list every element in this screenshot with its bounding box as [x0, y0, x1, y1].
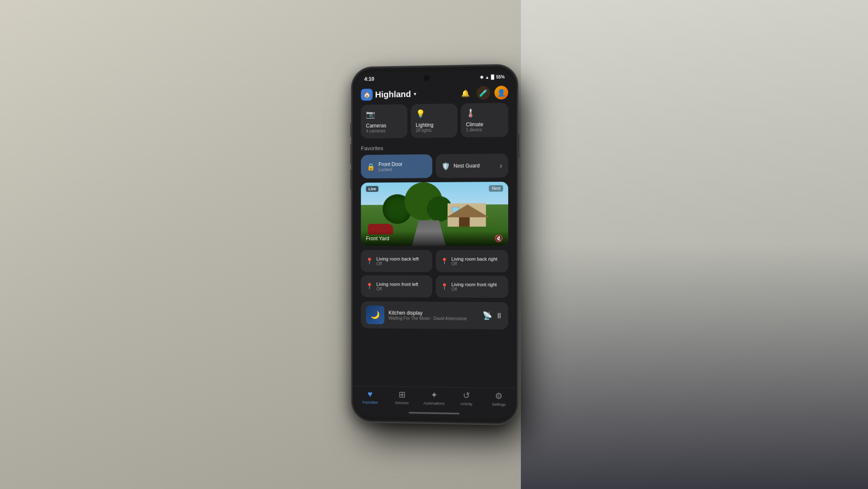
location-chevron[interactable]: ▾ — [414, 91, 416, 97]
phone-body: 4:10 ✱ ▲ ▉ 55% 🏠 — [352, 65, 517, 424]
favorites-nav-icon: ♥ — [367, 389, 373, 399]
climate-label: Climate — [466, 121, 503, 128]
light-pin-icon-3: 📍 — [441, 283, 448, 290]
light-text-2: Living room front left Off — [376, 281, 418, 291]
light-btn-1[interactable]: 📍 Living room back right Off — [436, 250, 508, 272]
bottom-nav: ♥ Favorites ⊞ Devices ✦ Automations ↺ Ac… — [354, 386, 515, 410]
house-roof — [446, 204, 489, 217]
media-info: Kitchen display Waiting For The Moon · D… — [389, 310, 479, 321]
activity-nav-icon: ↺ — [463, 390, 470, 400]
status-time: 4:10 — [364, 76, 374, 82]
climate-card[interactable]: 🌡️ Climate 1 device — [461, 103, 508, 137]
light-pin-icon-1: 📍 — [441, 258, 448, 264]
category-row: 📷 Cameras 4 cameras 💡 Lighting 28 lights — [354, 103, 515, 144]
bluetooth-icon: ✱ — [480, 75, 483, 79]
lighting-label: Lighting — [416, 122, 453, 128]
light-status-1: Off — [451, 261, 497, 266]
nav-automations[interactable]: ✦ Automations — [418, 389, 450, 406]
app-content: 🏠 Highland ▾ 🔔 🧪 — [354, 81, 515, 388]
media-thumbnail: 🌙 — [366, 306, 384, 324]
signal-icon: ▉ — [491, 75, 495, 79]
home-icon-badge: 🏠 — [361, 89, 373, 100]
media-device: Kitchen display — [389, 310, 479, 316]
front-door-status: Locked — [378, 167, 403, 172]
cast-button[interactable]: 📡 — [482, 311, 492, 320]
nav-activity[interactable]: ↺ Activity — [450, 390, 482, 406]
camera-mute-button[interactable]: 🔇 — [495, 234, 503, 242]
light-name-3: Living room front right — [451, 282, 497, 287]
camera-category-icon: 📷 — [366, 109, 402, 119]
front-door-text: Front Door Locked — [378, 161, 403, 172]
lab-button[interactable]: 🧪 — [476, 86, 490, 100]
activity-nav-label: Activity — [460, 402, 473, 406]
header-icons: 🔔 🧪 👤 — [459, 86, 508, 100]
media-card: 🌙 Kitchen display Waiting For The Moon ·… — [361, 301, 509, 330]
camera-feed[interactable]: Live Nest Front Yard 🔇 — [361, 182, 509, 246]
settings-nav-icon: ⚙ — [495, 391, 503, 401]
devices-nav-label: Devices — [395, 401, 409, 405]
camera-notch — [424, 75, 430, 81]
camera-nest-badge: Nest — [489, 185, 503, 192]
light-name-0: Living room back left — [376, 256, 419, 261]
light-text-0: Living room back left Off — [376, 256, 419, 266]
light-btn-0[interactable]: 📍 Living room back left Off — [361, 250, 432, 272]
light-pin-icon-2: 📍 — [366, 283, 373, 289]
light-btn-2[interactable]: 📍 Living room front left Off — [361, 275, 432, 297]
bell-icon: 🔔 — [461, 89, 470, 97]
camera-overlay-bottom: Front Yard 🔇 — [361, 231, 509, 246]
front-door-name: Front Door — [378, 161, 403, 167]
home-title[interactable]: Highland — [375, 89, 411, 99]
front-door-card[interactable]: 🔒 Front Door Locked — [361, 154, 432, 178]
favorites-row: 🔒 Front Door Locked 🛡️ Nest Guard — [354, 153, 515, 183]
header-left: 🏠 Highland ▾ — [361, 88, 416, 101]
light-status-0: Off — [376, 261, 419, 266]
avatar-button[interactable]: 👤 — [495, 86, 508, 100]
camera-live-badge: Live — [366, 186, 378, 192]
nest-guard-card[interactable]: 🛡️ Nest Guard › — [436, 153, 508, 178]
nav-settings[interactable]: ⚙ Settings — [482, 391, 515, 407]
camera-name: Front Yard — [366, 236, 389, 242]
light-btn-3[interactable]: 📍 Living room front right Off — [436, 275, 508, 298]
phone-device: 4:10 ✱ ▲ ▉ 55% 🏠 — [352, 65, 517, 424]
lighting-category-icon: 💡 — [416, 108, 453, 118]
climate-sublabel: 1 device — [466, 127, 503, 132]
power-button[interactable] — [517, 133, 519, 159]
settings-nav-label: Settings — [492, 402, 506, 407]
automations-nav-icon: ✦ — [431, 390, 438, 400]
light-pin-icon-0: 📍 — [366, 258, 373, 264]
home-icon: 🏠 — [363, 91, 370, 98]
media-thumb-icon: 🌙 — [370, 310, 380, 320]
automations-nav-label: Automations — [423, 401, 445, 406]
devices-nav-icon: ⊞ — [398, 389, 406, 400]
nav-favorites[interactable]: ♥ Favorites — [354, 389, 386, 405]
nest-guard-chevron: › — [500, 161, 502, 170]
avatar-icon: 👤 — [497, 89, 506, 97]
media-song: Waiting For The Moon · David Arkenstone — [389, 316, 479, 321]
home-indicator-bar — [409, 412, 459, 414]
cameras-sublabel: 4 cameras — [366, 128, 402, 133]
light-status-2: Off — [376, 286, 418, 291]
lights-grid: 📍 Living room back left Off 📍 Living roo… — [354, 250, 515, 302]
nest-guard-left: 🛡️ Nest Guard — [442, 162, 480, 170]
lab-icon: 🧪 — [479, 89, 487, 97]
lighting-sublabel: 28 lights — [416, 128, 453, 133]
app-header: 🏠 Highland ▾ 🔔 🧪 — [354, 81, 515, 105]
camera-overlay-top: Live Nest — [361, 182, 509, 196]
light-status-3: Off — [451, 287, 497, 292]
cameras-label: Cameras — [366, 122, 402, 129]
light-name-2: Living room front left — [376, 281, 418, 286]
notification-button[interactable]: 🔔 — [459, 86, 472, 100]
light-text-1: Living room back right Off — [451, 256, 497, 266]
media-controls: 📡 ⏸ — [482, 311, 503, 320]
lighting-card[interactable]: 💡 Lighting 28 lights — [411, 103, 458, 138]
battery-level: 55% — [496, 75, 505, 79]
pause-button[interactable]: ⏸ — [495, 311, 503, 320]
light-name-1: Living room back right — [451, 256, 497, 261]
nest-guard-text: Nest Guard — [453, 163, 480, 169]
phone-screen: 4:10 ✱ ▲ ▉ 55% 🏠 — [354, 70, 515, 419]
status-right: ✱ ▲ ▉ 55% — [480, 75, 505, 80]
light-text-3: Living room front right Off — [451, 282, 497, 292]
cameras-card[interactable]: 📷 Cameras 4 cameras — [361, 104, 407, 139]
nest-guard-icon: 🛡️ — [442, 162, 450, 170]
nav-devices[interactable]: ⊞ Devices — [386, 389, 418, 405]
